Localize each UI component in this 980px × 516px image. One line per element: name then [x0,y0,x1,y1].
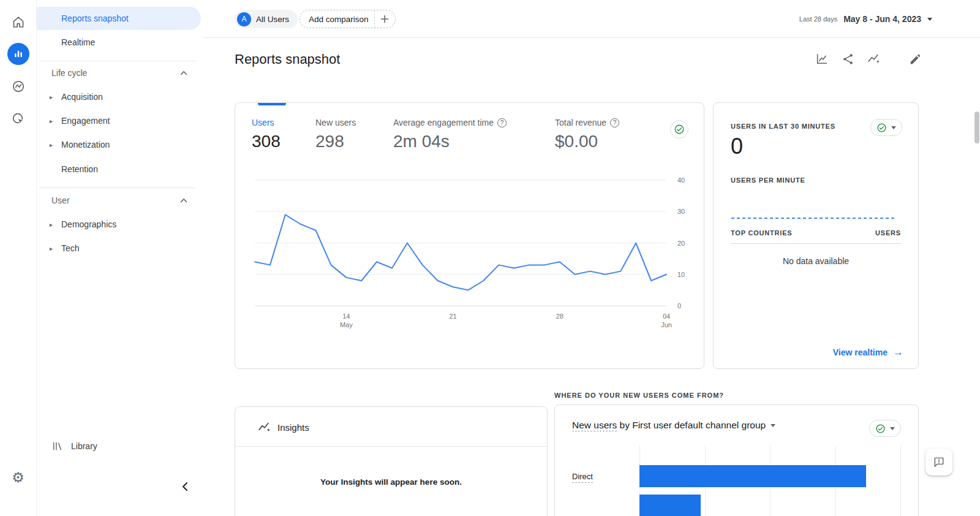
add-comparison-label: Add comparison [309,15,369,24]
no-data-message: No data available [714,256,918,266]
sidebar-section-life-cycle[interactable]: Life cycle [37,62,191,84]
chevron-up-icon [180,198,187,203]
svg-text:40: 40 [677,176,685,184]
collapse-sidebar-button[interactable] [175,477,194,496]
new-users-section-label: WHERE DO YOUR NEW USERS COME FROM? [554,392,724,399]
channel-bar[interactable] [639,495,701,516]
sidebar-item-realtime[interactable]: Realtime [37,31,201,54]
channel-bar-chart: Direct [572,446,901,516]
insights-empty-message: Your Insights will appear here soon. [235,477,547,487]
svg-text:28: 28 [556,313,564,320]
date-range-picker[interactable]: Last 28 days May 8 - Jun 4, 2023 [799,10,932,28]
svg-text:14: 14 [342,313,350,320]
sidebar-item-reports-snapshot[interactable]: Reports snapshot [37,7,201,30]
explore-nav-button[interactable] [7,75,30,98]
sidebar-item-label: Realtime [61,37,95,47]
chevron-down-icon [891,126,896,129]
metric-term: New users [572,420,617,431]
section-header-label: User [51,195,70,205]
page-title: Reports snapshot [235,51,340,67]
sidebar-item-demographics[interactable]: Demographics [37,213,201,236]
bar-chart-icon [12,48,24,60]
plus-icon [380,15,389,23]
svg-text:30: 30 [677,208,685,215]
channel-card-title-dropdown[interactable]: New users by First user default channel … [572,420,775,431]
channel-bar-track [639,465,901,487]
help-icon[interactable] [610,118,619,127]
reports-active-bubble [7,43,29,65]
sidebar-item-label: Tech [61,243,80,253]
expand-triangle-icon [50,142,53,148]
sidebar-item-retention[interactable]: Retention [37,157,201,181]
top-countries-label: TOP COUNTRIES [731,229,792,237]
insights-icon [257,420,271,434]
sidebar-item-library[interactable]: Library [37,434,201,458]
reports-nav-button[interactable] [7,42,30,66]
sidebar-item-label: Reports snapshot [61,13,129,23]
channel-bar-rows: Direct [572,446,901,516]
view-realtime-link[interactable]: View realtime [833,346,903,359]
vertical-scrollbar[interactable] [974,112,979,143]
home-button[interactable] [7,10,30,34]
metric-tab-users[interactable]: Users 308 [252,118,281,151]
advertising-icon [11,112,26,126]
insights-icon [867,52,880,66]
chevron-left-icon [181,482,188,491]
svg-text:Jun: Jun [661,321,672,328]
data-quality-button[interactable] [670,120,688,138]
check-circle-icon [875,423,886,434]
expand-triangle-icon [50,94,53,101]
metric-tab-total-revenue[interactable]: Total revenue $0.00 [555,118,619,151]
date-preset-label: Last 28 days [799,15,837,23]
library-icon [51,440,64,452]
sidebar-item-label: Retention [61,164,98,174]
customize-report-button[interactable] [815,51,829,66]
pencil-icon [909,53,922,66]
channel-bar[interactable] [639,465,866,487]
sidebar-item-engagement[interactable]: Engagement [37,109,201,132]
chevron-down-icon [771,424,775,427]
realtime-data-quality-dropdown[interactable] [870,119,902,136]
channel-card-header: New users by First user default channel … [572,420,901,437]
admin-settings-button[interactable]: ⚙ [7,466,30,489]
feedback-button[interactable] [925,449,952,476]
advertising-nav-button[interactable] [7,107,30,131]
arrow-right-icon [893,346,903,359]
home-icon [11,15,26,29]
metric-value: 2m 04s [393,132,507,151]
reports-sidebar: Reports snapshot Realtime Life cycle Acq… [37,0,202,516]
chevron-down-icon [927,18,932,21]
help-icon[interactable] [497,118,507,127]
metric-tab-avg-engagement-time[interactable]: Average engagement time 2m 04s [393,118,507,151]
feedback-icon [933,456,945,468]
expand-triangle-icon [50,245,53,252]
sidebar-item-monetization[interactable]: Monetization [37,133,201,156]
settings-gear-icon: ⚙ [12,471,24,485]
share-report-button[interactable] [840,51,855,66]
chevron-up-icon [180,70,187,75]
realtime-card: USERS IN LAST 30 MINUTES 0 USERS PER MIN… [713,102,919,369]
channel-data-quality-dropdown[interactable] [869,420,901,437]
metric-value: 298 [315,132,356,151]
add-comparison-chip[interactable]: Add comparison [300,10,396,28]
view-realtime-label: View realtime [833,347,888,357]
metric-tab-new-users[interactable]: New users 298 [315,118,356,151]
edit-report-button[interactable] [908,51,922,66]
sidebar-section-user[interactable]: User [37,189,191,211]
sidebar-item-label: Monetization [61,140,110,150]
insights-card: Insights Your Insights will appear here … [235,406,548,516]
sidebar-item-acquisition[interactable]: Acquisition [37,85,201,108]
sidebar-item-tech[interactable]: Tech [37,237,201,260]
insights-button[interactable] [866,51,881,66]
users-per-minute-empty-sparkline [731,218,895,219]
svg-text:10: 10 [677,271,685,278]
title-rest: by First user default channel group [617,420,766,430]
audience-chip-all-users[interactable]: A All Users [235,10,298,28]
channel-bar-row: Direct [572,465,901,487]
metric-label: Users [252,118,274,127]
share-icon [842,53,854,66]
explore-icon [11,79,26,94]
svg-text:21: 21 [449,313,456,320]
sidebar-item-label: Acquisition [61,92,103,102]
sidebar-item-label: Demographics [61,219,116,229]
